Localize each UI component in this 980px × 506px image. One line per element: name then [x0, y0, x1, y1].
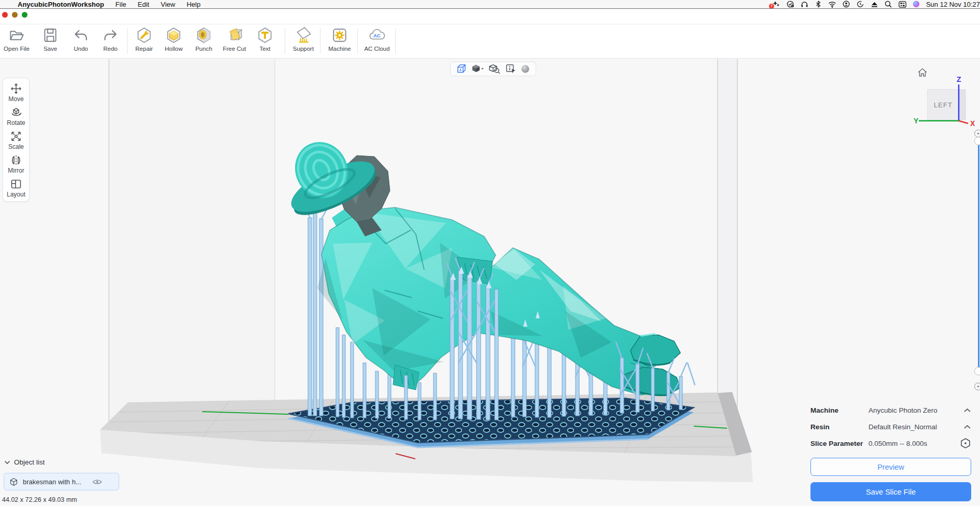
- rotate-cube-icon: [10, 106, 22, 119]
- tool-move[interactable]: Move: [3, 82, 29, 103]
- preview-button[interactable]: Preview: [810, 458, 971, 476]
- tool-scale[interactable]: Scale: [3, 130, 29, 150]
- axis-indicator: Z Y X: [913, 65, 978, 129]
- zoom-window-button[interactable]: [22, 12, 27, 18]
- tool-rotate[interactable]: Rotate: [3, 106, 29, 126]
- object-list-header[interactable]: Object list: [4, 458, 45, 466]
- machine-value: Anycubic Photon Zero: [869, 406, 963, 414]
- perspective-cube-icon[interactable]: [456, 63, 467, 75]
- tool-label: Mirror: [8, 167, 24, 174]
- shaded-cube-dropdown-icon[interactable]: [471, 63, 484, 75]
- spotlight-search-icon[interactable]: [884, 1, 893, 8]
- model-dimensions: 44.02 x 72.26 x 49.03 mm: [2, 496, 77, 503]
- chevron-up-icon[interactable]: [963, 408, 971, 413]
- text-button[interactable]: Text: [243, 26, 287, 52]
- tool-mirror[interactable]: Mirror: [3, 154, 29, 174]
- check-circle-icon[interactable]: [786, 1, 795, 8]
- resin-label: Resin: [810, 423, 869, 431]
- menu-item-edit[interactable]: Edit: [138, 1, 149, 8]
- minimize-window-button[interactable]: [12, 12, 18, 18]
- slice-parameter-value: 0.050mm -- 8.000s: [869, 440, 960, 447]
- control-center-icon[interactable]: [898, 1, 907, 8]
- bluetooth-icon[interactable]: [814, 1, 823, 8]
- menu-bar: AnycubicPhotonWorkshop File Edit View He…: [0, 0, 980, 9]
- scale-arrows-icon: [10, 130, 22, 143]
- axis-y-label: Y: [914, 117, 919, 125]
- toolbar-separator: [395, 28, 396, 54]
- render-sphere-icon[interactable]: [520, 64, 530, 74]
- view-toolbar: [450, 62, 536, 76]
- close-window-button[interactable]: [2, 12, 8, 18]
- save-button-label: Save Slice File: [866, 488, 916, 496]
- siri-icon[interactable]: [912, 1, 921, 8]
- toolbar-divider: [0, 24, 980, 24]
- transform-tool-panel: Move Rotate Scale Mirror: [3, 78, 30, 202]
- menu-item-help[interactable]: Help: [187, 1, 201, 8]
- menu-item-view[interactable]: View: [161, 1, 175, 8]
- clip-slider-top-handle[interactable]: [974, 137, 980, 145]
- resin-row[interactable]: Resin Default Resin_Normal: [810, 421, 971, 432]
- menu-clock[interactable]: Sun 12 Nov 10:27: [926, 1, 980, 8]
- clip-slider-top-icon[interactable]: [974, 130, 980, 137]
- axis-x-label: X: [970, 119, 975, 128]
- sparkle-badge-icon[interactable]: 7: [772, 1, 781, 8]
- clip-slider-bottom-handle[interactable]: [974, 367, 980, 375]
- model-brakesman[interactable]: [317, 156, 680, 396]
- move-arrows-icon: [10, 82, 22, 95]
- tool-label: Rotate: [7, 119, 25, 126]
- tool-layout[interactable]: Layout: [3, 178, 29, 198]
- headphones-icon[interactable]: [800, 1, 809, 8]
- menu-status-icons: 7: [772, 1, 921, 8]
- navigation-gizmo: LEFT RIGHT Z Y X: [913, 65, 978, 126]
- parameter-settings-icon[interactable]: [960, 438, 971, 449]
- machine-row[interactable]: Machine Anycubic Photon Zero: [810, 405, 971, 415]
- user-circle-icon[interactable]: [842, 1, 851, 8]
- chevron-up-icon[interactable]: [963, 425, 971, 429]
- visibility-eye-icon[interactable]: [92, 479, 102, 485]
- slice-parameter-label: Slice Parameter: [810, 440, 869, 447]
- window-controls: [2, 12, 27, 18]
- toolbar-label: AC Cloud: [355, 46, 399, 52]
- tool-label: Scale: [8, 143, 24, 150]
- hexagon-text-icon: [243, 26, 287, 44]
- ac-cloud-button[interactable]: AC AC Cloud: [355, 26, 399, 52]
- chevron-down-icon: [4, 460, 10, 465]
- svg-text:AC: AC: [373, 33, 381, 38]
- mirror-icon: [10, 154, 22, 166]
- main-toolbar: Open File Save Undo Redo Re: [0, 9, 980, 59]
- object-list-title: Object list: [14, 458, 45, 466]
- time-machine-icon[interactable]: [856, 1, 865, 8]
- clip-slider-track[interactable]: [978, 144, 979, 368]
- wifi-icon[interactable]: [828, 1, 837, 8]
- tool-label: Layout: [7, 191, 25, 198]
- info-select-icon[interactable]: [505, 63, 516, 75]
- machine-label: Machine: [810, 406, 869, 414]
- notification-badge: 7: [769, 4, 774, 9]
- cube-icon: [9, 477, 18, 486]
- axis-z-label: Z: [957, 75, 961, 83]
- clip-slider-bottom-icon[interactable]: [974, 383, 980, 390]
- toolbar-label: Text: [243, 46, 287, 52]
- app-name[interactable]: AnycubicPhotonWorkshop: [18, 1, 104, 8]
- tool-label: Move: [8, 95, 23, 103]
- resin-value: Default Resin_Normal: [869, 423, 963, 431]
- layout-grid-icon: [10, 178, 22, 190]
- menu-item-file[interactable]: File: [116, 1, 127, 8]
- object-list-item[interactable]: brakesman with h...: [4, 473, 119, 490]
- cube-zoom-icon[interactable]: [488, 63, 501, 75]
- save-slice-file-button[interactable]: Save Slice File: [810, 482, 971, 501]
- cloud-ac-icon: AC: [355, 26, 399, 44]
- eject-icon[interactable]: [870, 1, 879, 8]
- object-name: brakesman with h...: [23, 478, 81, 486]
- slice-parameter-row[interactable]: Slice Parameter 0.050mm -- 8.000s: [810, 438, 971, 448]
- preview-button-label: Preview: [877, 463, 904, 471]
